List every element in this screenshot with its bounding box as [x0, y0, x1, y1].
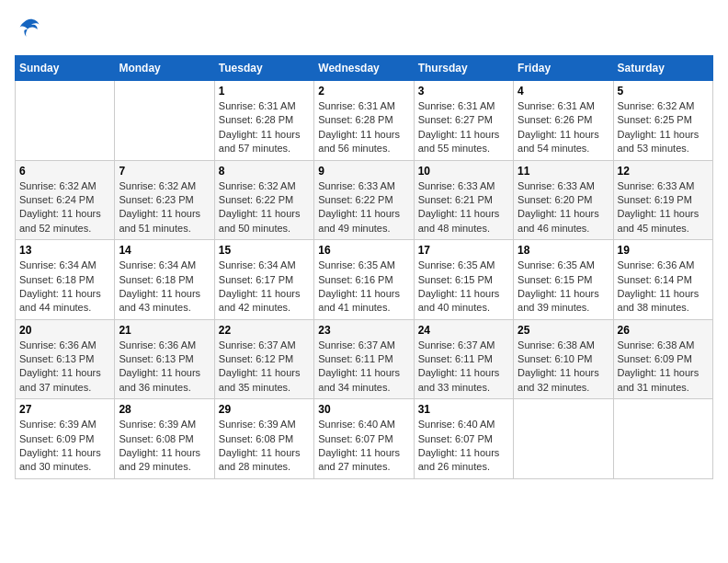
weekday-header: Sunday [16, 56, 115, 81]
day-number: 4 [518, 85, 609, 98]
day-info: Sunrise: 6:40 AM Sunset: 6:07 PM Dayligh… [318, 418, 409, 475]
day-info: Sunrise: 6:37 AM Sunset: 6:11 PM Dayligh… [318, 339, 409, 396]
calendar-cell: 13 Sunrise: 6:34 AM Sunset: 6:18 PM Dayl… [16, 240, 115, 320]
day-info: Sunrise: 6:32 AM Sunset: 6:23 PM Dayligh… [119, 179, 210, 236]
day-number: 22 [219, 324, 310, 337]
day-number: 17 [418, 244, 509, 257]
day-number: 18 [518, 244, 609, 257]
day-info: Sunrise: 6:31 AM Sunset: 6:27 PM Dayligh… [418, 99, 509, 156]
day-number: 5 [618, 85, 709, 98]
day-number: 13 [19, 244, 110, 257]
calendar-cell: 4 Sunrise: 6:31 AM Sunset: 6:26 PM Dayli… [514, 81, 613, 161]
calendar-cell: 3 Sunrise: 6:31 AM Sunset: 6:27 PM Dayli… [414, 81, 513, 161]
calendar-week-row: 13 Sunrise: 6:34 AM Sunset: 6:18 PM Dayl… [16, 240, 713, 320]
calendar-header-row: SundayMondayTuesdayWednesdayThursdayFrid… [16, 56, 713, 81]
day-number: 27 [19, 403, 110, 416]
calendar-cell: 8 Sunrise: 6:32 AM Sunset: 6:22 PM Dayli… [214, 160, 313, 240]
calendar-cell: 22 Sunrise: 6:37 AM Sunset: 6:12 PM Dayl… [214, 319, 313, 399]
day-number: 21 [119, 324, 210, 337]
day-number: 28 [119, 403, 210, 416]
day-info: Sunrise: 6:37 AM Sunset: 6:12 PM Dayligh… [219, 339, 310, 396]
day-number: 15 [219, 244, 310, 257]
day-number: 16 [318, 244, 409, 257]
calendar-cell: 26 Sunrise: 6:38 AM Sunset: 6:09 PM Dayl… [613, 319, 712, 399]
day-number: 8 [219, 165, 310, 178]
day-number: 6 [19, 165, 110, 178]
calendar-table: SundayMondayTuesdayWednesdayThursdayFrid… [15, 55, 713, 479]
day-number: 31 [418, 403, 509, 416]
day-info: Sunrise: 6:34 AM Sunset: 6:18 PM Dayligh… [19, 259, 110, 316]
calendar-cell: 7 Sunrise: 6:32 AM Sunset: 6:23 PM Dayli… [115, 160, 214, 240]
day-number: 10 [418, 165, 509, 178]
day-info: Sunrise: 6:31 AM Sunset: 6:26 PM Dayligh… [518, 99, 609, 156]
calendar-cell: 27 Sunrise: 6:39 AM Sunset: 6:09 PM Dayl… [16, 399, 115, 479]
calendar-cell: 17 Sunrise: 6:35 AM Sunset: 6:15 PM Dayl… [414, 240, 513, 320]
calendar-cell: 12 Sunrise: 6:33 AM Sunset: 6:19 PM Dayl… [613, 160, 712, 240]
day-number: 20 [19, 324, 110, 337]
day-info: Sunrise: 6:32 AM Sunset: 6:24 PM Dayligh… [19, 179, 110, 236]
calendar-cell: 11 Sunrise: 6:33 AM Sunset: 6:20 PM Dayl… [514, 160, 613, 240]
day-info: Sunrise: 6:38 AM Sunset: 6:09 PM Dayligh… [618, 339, 709, 396]
weekday-header: Saturday [613, 56, 712, 81]
calendar-cell [115, 81, 214, 161]
calendar-cell: 23 Sunrise: 6:37 AM Sunset: 6:11 PM Dayl… [314, 319, 414, 399]
day-info: Sunrise: 6:35 AM Sunset: 6:15 PM Dayligh… [518, 259, 609, 316]
calendar-cell: 14 Sunrise: 6:34 AM Sunset: 6:18 PM Dayl… [115, 240, 214, 320]
calendar-cell: 31 Sunrise: 6:40 AM Sunset: 6:07 PM Dayl… [414, 399, 513, 479]
day-number: 1 [219, 85, 310, 98]
calendar-week-row: 6 Sunrise: 6:32 AM Sunset: 6:24 PM Dayli… [16, 160, 713, 240]
calendar-cell: 5 Sunrise: 6:32 AM Sunset: 6:25 PM Dayli… [613, 81, 712, 161]
logo [15, 15, 44, 44]
day-info: Sunrise: 6:39 AM Sunset: 6:09 PM Dayligh… [19, 418, 110, 475]
day-number: 29 [219, 403, 310, 416]
day-number: 19 [618, 244, 709, 257]
day-info: Sunrise: 6:34 AM Sunset: 6:17 PM Dayligh… [219, 259, 310, 316]
day-info: Sunrise: 6:39 AM Sunset: 6:08 PM Dayligh… [119, 418, 210, 475]
day-info: Sunrise: 6:32 AM Sunset: 6:25 PM Dayligh… [618, 99, 709, 156]
calendar-cell: 20 Sunrise: 6:36 AM Sunset: 6:13 PM Dayl… [16, 319, 115, 399]
calendar-week-row: 1 Sunrise: 6:31 AM Sunset: 6:28 PM Dayli… [16, 81, 713, 161]
day-number: 30 [318, 403, 409, 416]
day-number: 24 [418, 324, 509, 337]
calendar-cell: 6 Sunrise: 6:32 AM Sunset: 6:24 PM Dayli… [16, 160, 115, 240]
logo-icon [15, 15, 40, 44]
day-number: 2 [318, 85, 409, 98]
day-info: Sunrise: 6:32 AM Sunset: 6:22 PM Dayligh… [219, 179, 310, 236]
day-number: 12 [618, 165, 709, 178]
day-info: Sunrise: 6:35 AM Sunset: 6:16 PM Dayligh… [318, 259, 409, 316]
weekday-header: Tuesday [214, 56, 313, 81]
day-number: 25 [518, 324, 609, 337]
calendar-cell [16, 81, 115, 161]
calendar-cell: 21 Sunrise: 6:36 AM Sunset: 6:13 PM Dayl… [115, 319, 214, 399]
weekday-header: Wednesday [314, 56, 414, 81]
calendar-cell: 25 Sunrise: 6:38 AM Sunset: 6:10 PM Dayl… [514, 319, 613, 399]
day-info: Sunrise: 6:39 AM Sunset: 6:08 PM Dayligh… [219, 418, 310, 475]
day-info: Sunrise: 6:31 AM Sunset: 6:28 PM Dayligh… [318, 99, 409, 156]
day-info: Sunrise: 6:33 AM Sunset: 6:22 PM Dayligh… [318, 179, 409, 236]
day-info: Sunrise: 6:33 AM Sunset: 6:20 PM Dayligh… [518, 179, 609, 236]
weekday-header: Friday [514, 56, 613, 81]
day-number: 23 [318, 324, 409, 337]
day-info: Sunrise: 6:38 AM Sunset: 6:10 PM Dayligh… [518, 339, 609, 396]
calendar-cell: 9 Sunrise: 6:33 AM Sunset: 6:22 PM Dayli… [314, 160, 414, 240]
calendar-cell: 15 Sunrise: 6:34 AM Sunset: 6:17 PM Dayl… [214, 240, 313, 320]
calendar-cell: 1 Sunrise: 6:31 AM Sunset: 6:28 PM Dayli… [214, 81, 313, 161]
calendar-cell: 19 Sunrise: 6:36 AM Sunset: 6:14 PM Dayl… [613, 240, 712, 320]
day-number: 11 [518, 165, 609, 178]
weekday-header: Monday [115, 56, 214, 81]
day-number: 7 [119, 165, 210, 178]
day-info: Sunrise: 6:31 AM Sunset: 6:28 PM Dayligh… [219, 99, 310, 156]
day-info: Sunrise: 6:33 AM Sunset: 6:21 PM Dayligh… [418, 179, 509, 236]
calendar-cell: 24 Sunrise: 6:37 AM Sunset: 6:11 PM Dayl… [414, 319, 513, 399]
page-header [15, 15, 713, 44]
calendar-week-row: 27 Sunrise: 6:39 AM Sunset: 6:09 PM Dayl… [16, 399, 713, 479]
day-info: Sunrise: 6:35 AM Sunset: 6:15 PM Dayligh… [418, 259, 509, 316]
day-number: 9 [318, 165, 409, 178]
calendar-cell: 2 Sunrise: 6:31 AM Sunset: 6:28 PM Dayli… [314, 81, 414, 161]
day-info: Sunrise: 6:36 AM Sunset: 6:13 PM Dayligh… [119, 339, 210, 396]
calendar-cell: 18 Sunrise: 6:35 AM Sunset: 6:15 PM Dayl… [514, 240, 613, 320]
day-info: Sunrise: 6:34 AM Sunset: 6:18 PM Dayligh… [119, 259, 210, 316]
weekday-header: Thursday [414, 56, 513, 81]
calendar-cell: 10 Sunrise: 6:33 AM Sunset: 6:21 PM Dayl… [414, 160, 513, 240]
day-number: 26 [618, 324, 709, 337]
